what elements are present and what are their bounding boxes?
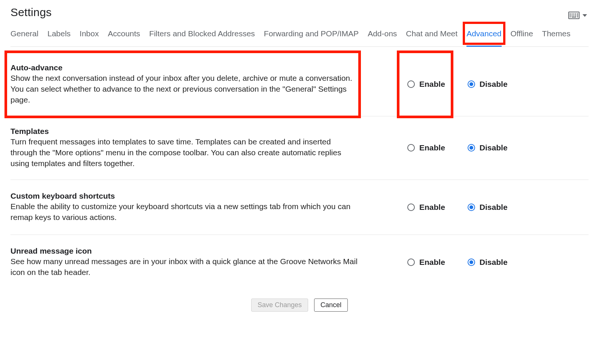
radio-enable[interactable] — [407, 80, 415, 88]
tab-advanced[interactable]: Advanced — [466, 25, 501, 46]
setting-title: Unread message icon — [10, 247, 359, 256]
radio-disable[interactable] — [468, 204, 475, 211]
radio-option-disable[interactable]: Disable — [468, 203, 508, 212]
setting-text: TemplatesTurn frequent messages into tem… — [10, 127, 359, 169]
setting-title: Templates — [10, 127, 359, 136]
radio-enable[interactable] — [407, 204, 415, 211]
tab-labels[interactable]: Labels — [48, 25, 71, 46]
radio-label: Enable — [419, 143, 445, 152]
setting-row-templates: TemplatesTurn frequent messages into tem… — [10, 116, 589, 180]
radio-group: EnableDisable — [359, 258, 589, 267]
settings-tabs: GeneralLabelsInboxAccountsFilters and Bl… — [10, 25, 589, 47]
radio-group: EnableDisable — [359, 203, 589, 212]
radio-group: EnableDisable — [359, 80, 589, 89]
tab-filters-and-blocked-addresses[interactable]: Filters and Blocked Addresses — [149, 25, 255, 46]
radio-label: Enable — [419, 258, 445, 267]
setting-description: See how many unread messages are in your… — [10, 256, 359, 278]
radio-option-enable[interactable]: Enable — [407, 143, 445, 152]
radio-option-disable[interactable]: Disable — [468, 258, 508, 267]
setting-title: Auto-advance — [10, 63, 359, 72]
radio-disable[interactable] — [468, 144, 475, 152]
radio-disable[interactable] — [468, 80, 475, 88]
radio-label: Disable — [480, 80, 508, 89]
radio-option-enable[interactable]: Enable — [407, 258, 445, 267]
setting-row-auto-advance: Auto-advanceShow the next conversation i… — [10, 53, 589, 116]
setting-text: Auto-advanceShow the next conversation i… — [10, 63, 359, 105]
radio-option-disable[interactable]: Disable — [468, 80, 508, 89]
keyboard-icon — [568, 12, 580, 19]
save-changes-button: Save Changes — [251, 299, 308, 312]
chevron-down-icon — [583, 14, 587, 17]
tab-accounts[interactable]: Accounts — [108, 25, 140, 46]
radio-label: Disable — [480, 203, 508, 212]
page-title: Settings — [10, 6, 52, 19]
radio-enable[interactable] — [407, 259, 415, 266]
tab-offline[interactable]: Offline — [511, 25, 533, 46]
setting-text: Unread message iconSee how many unread m… — [10, 247, 359, 278]
radio-disable[interactable] — [468, 259, 475, 266]
radio-option-enable[interactable]: Enable — [407, 203, 445, 212]
setting-title: Custom keyboard shortcuts — [10, 192, 359, 201]
input-tools-button[interactable] — [568, 12, 589, 19]
setting-description: Show the next conversation instead of yo… — [10, 73, 359, 105]
tab-forwarding-and-pop-imap[interactable]: Forwarding and POP/IMAP — [264, 25, 359, 46]
setting-text: Custom keyboard shortcutsEnable the abil… — [10, 192, 359, 223]
radio-label: Disable — [480, 258, 508, 267]
actions-row: Save Changes Cancel — [10, 299, 589, 312]
setting-row-unread-message-icon: Unread message iconSee how many unread m… — [10, 235, 589, 290]
tab-themes[interactable]: Themes — [542, 25, 571, 46]
tab-add-ons[interactable]: Add-ons — [368, 25, 397, 46]
radio-option-disable[interactable]: Disable — [468, 143, 508, 152]
setting-description: Turn frequent messages into templates to… — [10, 137, 359, 169]
tab-chat-and-meet[interactable]: Chat and Meet — [406, 25, 457, 46]
tab-general[interactable]: General — [10, 25, 39, 46]
radio-enable[interactable] — [407, 144, 415, 152]
setting-row-custom-keyboard-shortcuts: Custom keyboard shortcutsEnable the abil… — [10, 180, 589, 235]
radio-label: Disable — [480, 143, 508, 152]
radio-label: Enable — [419, 203, 445, 212]
cancel-button[interactable]: Cancel — [314, 299, 348, 312]
radio-option-enable[interactable]: Enable — [407, 80, 445, 89]
radio-group: EnableDisable — [359, 143, 589, 152]
setting-description: Enable the ability to customize your key… — [10, 201, 359, 223]
radio-label: Enable — [419, 80, 445, 89]
tab-inbox[interactable]: Inbox — [80, 25, 99, 46]
settings-list: Auto-advanceShow the next conversation i… — [10, 47, 589, 290]
